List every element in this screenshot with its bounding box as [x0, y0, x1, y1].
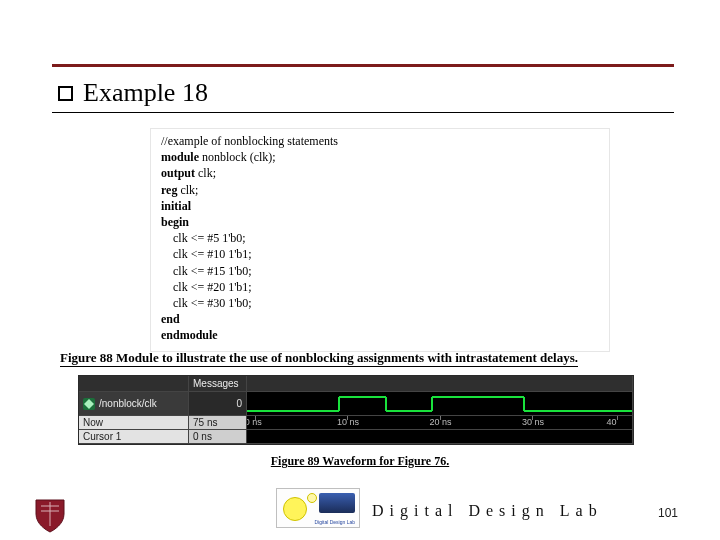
- time-axis: 0 ns10 ns20 ns30 ns40: [247, 416, 633, 430]
- wave-header-blank: [79, 376, 189, 392]
- shield-logo-icon: [34, 498, 66, 534]
- cursor-axis: [247, 430, 633, 444]
- signal-row-value: 0: [189, 392, 247, 416]
- bullet-box-icon: [58, 86, 73, 101]
- wave-header-right: [247, 376, 633, 392]
- svg-marker-0: [84, 399, 94, 409]
- figure-88-caption: Figure 88 Module to illustrate the use o…: [60, 350, 672, 366]
- now-value-cell: 75 ns: [189, 416, 247, 430]
- wave-header-messages: Messages: [189, 376, 247, 392]
- signal-diamond-icon: [83, 398, 95, 410]
- cursor-value-cell: 0 ns: [189, 430, 247, 444]
- signal-row-name[interactable]: /nonblock/clk: [79, 392, 189, 416]
- waveform-panel[interactable]: [247, 392, 633, 416]
- cursor-label-cell: Cursor 1: [79, 430, 189, 444]
- heading-text: Example 18: [83, 78, 208, 108]
- now-label-cell: Now: [79, 416, 189, 430]
- page-number: 101: [658, 506, 678, 520]
- lab-title: Digital Design Lab: [372, 502, 603, 520]
- waveform-viewer: Messages /nonblock/clk 0 Now 75 ns 0 ns1…: [78, 375, 634, 445]
- lab-logo: Digital Design Lab: [276, 488, 360, 528]
- figure-89-caption: Figure 89 Waveform for Figure 76.: [0, 454, 720, 469]
- signal-name-text: /nonblock/clk: [99, 398, 157, 409]
- heading: Example 18: [58, 78, 208, 108]
- slide-footer: Digital Design Lab Digital Design Lab 10…: [0, 486, 720, 540]
- lab-logo-caption: Digital Design Lab: [314, 519, 355, 525]
- code-block: //example of nonblocking statementsmodul…: [150, 128, 610, 352]
